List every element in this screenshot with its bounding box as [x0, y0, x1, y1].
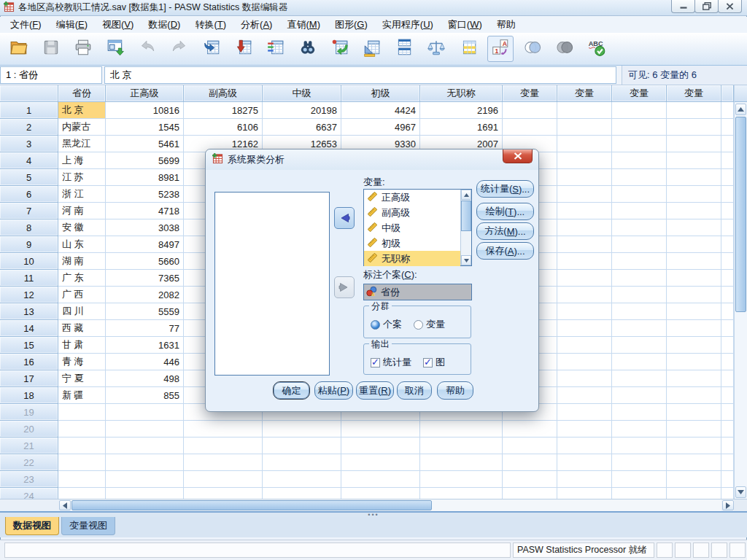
- cell[interactable]: 2082: [106, 287, 184, 303]
- cell[interactable]: [557, 387, 612, 404]
- cell[interactable]: [612, 287, 667, 303]
- cell[interactable]: 2196: [420, 102, 503, 119]
- cell[interactable]: 西 藏: [58, 320, 106, 337]
- pane-splitter[interactable]: •••: [0, 511, 747, 517]
- column-header[interactable]: 正高级: [106, 85, 184, 102]
- cell[interactable]: 湖 南: [58, 253, 106, 270]
- cell[interactable]: [612, 203, 667, 219]
- row-header[interactable]: 14: [0, 320, 58, 337]
- cancel-button[interactable]: 取消: [397, 381, 432, 400]
- cell[interactable]: 4967: [341, 119, 420, 136]
- cell[interactable]: [721, 253, 734, 270]
- row-header[interactable]: 3: [0, 136, 58, 152]
- source-variable-list[interactable]: [214, 192, 330, 376]
- cell[interactable]: [612, 102, 667, 119]
- scroll-right-button[interactable]: [722, 500, 734, 510]
- scroll-left-button[interactable]: [59, 500, 71, 510]
- radio-option[interactable]: 个案: [371, 318, 402, 331]
- cell[interactable]: [721, 354, 734, 370]
- cell[interactable]: 20198: [263, 102, 341, 119]
- cell[interactable]: [503, 454, 557, 471]
- cell[interactable]: 广 西: [58, 287, 106, 303]
- cell[interactable]: [557, 270, 612, 287]
- cell[interactable]: [612, 253, 667, 270]
- cell[interactable]: 8497: [106, 236, 184, 253]
- plots-button[interactable]: 绘制(T)...: [476, 203, 534, 220]
- cell[interactable]: [667, 186, 721, 203]
- checkbox-icon[interactable]: [423, 358, 433, 368]
- cell[interactable]: [557, 186, 612, 203]
- cell[interactable]: [612, 404, 667, 421]
- cell[interactable]: [667, 337, 721, 354]
- menu-item[interactable]: 直销(M): [279, 17, 328, 33]
- cell[interactable]: [721, 203, 734, 219]
- insert-variable-button[interactable]: [359, 36, 385, 62]
- cell[interactable]: 3038: [106, 219, 184, 236]
- column-header[interactable]: 中级: [263, 85, 341, 102]
- cell[interactable]: [721, 186, 734, 203]
- cell[interactable]: [667, 119, 721, 136]
- variable-list-scrollbar[interactable]: [460, 190, 471, 265]
- cell[interactable]: [667, 354, 721, 370]
- cell[interactable]: [721, 438, 734, 454]
- cell[interactable]: [721, 488, 734, 499]
- column-header[interactable]: 变量: [557, 85, 612, 102]
- row-header[interactable]: 8: [0, 219, 58, 236]
- row-header[interactable]: 6: [0, 186, 58, 203]
- column-header[interactable]: 副高级: [184, 85, 263, 102]
- cell[interactable]: [106, 421, 184, 438]
- cell[interactable]: 四 川: [58, 303, 106, 320]
- paste-button[interactable]: 粘贴(P): [314, 381, 353, 400]
- cell[interactable]: [557, 203, 612, 219]
- cell[interactable]: [263, 488, 341, 499]
- cell[interactable]: [667, 404, 721, 421]
- column-header[interactable]: 省份: [58, 85, 106, 102]
- show-all-variables-button[interactable]: [551, 36, 578, 62]
- cell[interactable]: [721, 337, 734, 354]
- row-header[interactable]: 20: [0, 421, 58, 438]
- cell[interactable]: 浙 江: [58, 186, 106, 203]
- cell[interactable]: [612, 186, 667, 203]
- menu-item[interactable]: 实用程序(U): [375, 17, 441, 33]
- cell[interactable]: [503, 119, 557, 136]
- cell[interactable]: 5559: [106, 303, 184, 320]
- row-header[interactable]: 1: [0, 102, 58, 119]
- cell[interactable]: [612, 454, 667, 471]
- cell[interactable]: 7365: [106, 270, 184, 287]
- row-header[interactable]: 15: [0, 337, 58, 354]
- cell[interactable]: 4718: [106, 203, 184, 219]
- method-button[interactable]: 方法(M)...: [476, 222, 534, 240]
- cell[interactable]: [557, 152, 612, 169]
- cell[interactable]: [58, 471, 106, 488]
- cell[interactable]: 498: [106, 370, 184, 387]
- variable-item[interactable]: 中级: [364, 220, 460, 236]
- list-scroll-down-button[interactable]: [461, 255, 471, 265]
- cell[interactable]: [721, 454, 734, 471]
- cell[interactable]: [557, 438, 612, 454]
- cell[interactable]: [557, 370, 612, 387]
- column-header[interactable]: 初级: [341, 85, 420, 102]
- cell[interactable]: [557, 421, 612, 438]
- cell[interactable]: [612, 370, 667, 387]
- cell[interactable]: 上 海: [58, 152, 106, 169]
- cell[interactable]: [667, 320, 721, 337]
- cell[interactable]: [721, 119, 734, 136]
- spell-check-button[interactable]: ABC: [584, 36, 610, 62]
- column-header[interactable]: 变量: [612, 85, 667, 102]
- scroll-down-button[interactable]: [735, 486, 746, 498]
- row-header[interactable]: 7: [0, 203, 58, 219]
- cell[interactable]: 广 东: [58, 270, 106, 287]
- cell[interactable]: [667, 270, 721, 287]
- menu-item[interactable]: 窗口(W): [441, 17, 489, 33]
- cell[interactable]: [503, 438, 557, 454]
- cell[interactable]: [612, 421, 667, 438]
- goto-variable-button[interactable]: [231, 36, 257, 62]
- cell[interactable]: [341, 454, 420, 471]
- cell[interactable]: [263, 438, 341, 454]
- save-button[interactable]: 保存(A)...: [476, 242, 534, 260]
- variable-item[interactable]: 初级: [364, 236, 460, 251]
- cell[interactable]: [612, 488, 667, 499]
- v-scroll-thumb[interactable]: [735, 117, 746, 312]
- cell[interactable]: [721, 320, 734, 337]
- cell[interactable]: [667, 438, 721, 454]
